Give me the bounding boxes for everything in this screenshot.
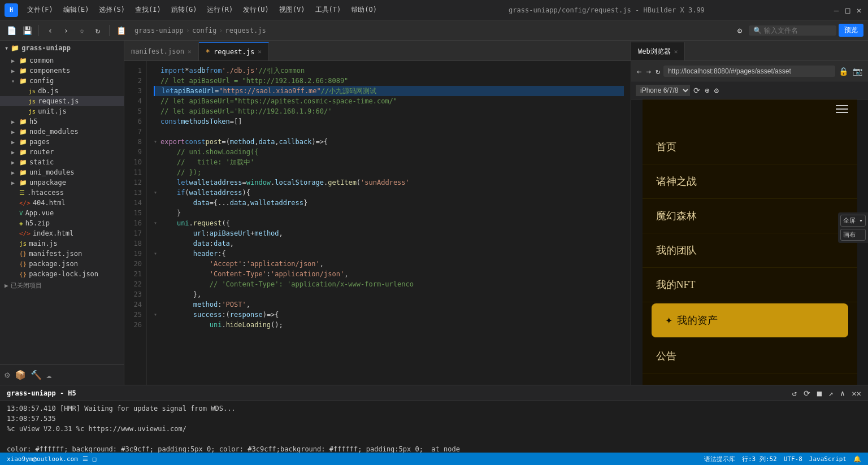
sidebar-item-h5zip[interactable]: ▶ ◈ h5.zip [0, 218, 124, 228]
menu-publish[interactable]: 发行(U) [238, 3, 274, 17]
zoom-icon[interactable]: ⊕ [704, 85, 710, 96]
filter-icon[interactable]: ⚙ [733, 24, 747, 37]
browser-tab-web[interactable]: Web浏览器 ✕ [631, 42, 685, 60]
bottom-close-button[interactable]: ✕✕ [849, 388, 863, 399]
tab-manifest[interactable]: manifest.json ✕ [124, 42, 199, 60]
sidebar-item-unit[interactable]: ▶ js unit.js [0, 106, 124, 116]
sidebar-item-router[interactable]: ▶ 📁 router [0, 147, 124, 157]
sidebar-item-pages[interactable]: ▶ 📁 pages [0, 137, 124, 147]
sidebar-item-unpackage[interactable]: ▶ 📁 unpackage [0, 177, 124, 188]
bottom-expand-button[interactable]: ∧ [838, 388, 847, 399]
menu-item-announcement[interactable]: 公告 [643, 339, 857, 373]
bottom-reload-button[interactable]: ⟳ [801, 388, 813, 399]
menu-tools[interactable]: 工具(T) [311, 3, 346, 17]
browser-forward-button[interactable]: → [645, 66, 652, 77]
save-button[interactable]: 💾 [20, 24, 34, 37]
cloud-icon[interactable]: ☁ [46, 370, 52, 380]
close-button[interactable]: ✕ [854, 6, 863, 15]
sidebar-item-main-js[interactable]: ▶ js main.js [0, 238, 124, 249]
breadcrumb-folder[interactable]: config [192, 27, 216, 34]
status-email[interactable]: xiao9ym@outlook.com [7, 455, 78, 463]
status-bell-icon[interactable]: 🔔 [853, 455, 861, 463]
toolbar: 📄 💾 ‹ › ☆ ↻ 📋 grass-uniapp › config › re… [0, 20, 868, 41]
settings-icon[interactable]: ⚙ [5, 370, 10, 380]
arrow-icon: ▶ [11, 129, 17, 135]
sidebar-item-common[interactable]: ▶ 📁 common [0, 55, 124, 66]
sidebar-item-404[interactable]: ▶ </> 404.html [0, 198, 124, 208]
closed-projects-section[interactable]: ▶ 已关闭项目 [0, 279, 124, 292]
zoom-button[interactable]: 画布 [840, 229, 866, 241]
refresh-button[interactable]: ↻ [91, 24, 105, 37]
breadcrumb-project[interactable]: grass-uniapp [134, 27, 184, 34]
menu-edit[interactable]: 编辑(E) [59, 3, 94, 17]
status-syntax-hint[interactable]: 语法提示库 [704, 455, 735, 463]
status-language[interactable]: JavaScript [809, 455, 847, 463]
sidebar-item-htaccess[interactable]: ▶ ☰ .htaccess [0, 188, 124, 198]
status-position[interactable]: 行:3 列:52 [742, 455, 777, 463]
browser-refresh-button[interactable]: ↻ [654, 66, 661, 77]
package-icon[interactable]: 📦 [15, 370, 26, 380]
maximize-button[interactable]: □ [843, 6, 852, 15]
menu-item-magic-forest[interactable]: 魔幻森林 [643, 199, 857, 233]
status-icon2[interactable]: □ [93, 455, 97, 463]
browser-screenshot-button[interactable]: 📷 [852, 66, 863, 77]
sidebar-item-index-html[interactable]: ▶ </> index.html [0, 228, 124, 238]
menu-file[interactable]: 文件(F) [23, 3, 58, 17]
hamburger-icon[interactable] [834, 103, 850, 115]
sidebar-item-db[interactable]: ▶ js db.js [0, 86, 124, 96]
status-icon1[interactable]: ☰ [83, 455, 88, 463]
at-node-link[interactable]: at node_ [431, 445, 464, 453]
build-icon[interactable]: 🔨 [31, 370, 42, 380]
sidebar-item-package-lock[interactable]: ▶ {} package-lock.json [0, 269, 124, 279]
sidebar-item-uni_modules[interactable]: ▶ 📁 uni_modules [0, 167, 124, 177]
device-selector[interactable]: iPhone 6/7/8 iPhone X iPad [636, 85, 690, 96]
tab-close-icon[interactable]: ✕ [258, 48, 262, 55]
breadcrumb-sep1: › [186, 27, 190, 34]
menu-item-my-nft[interactable]: 我的NFT [643, 268, 857, 302]
menu-select[interactable]: 选择(S) [94, 3, 129, 17]
tab-close-icon[interactable]: ✕ [188, 48, 192, 55]
bookmark-button[interactable]: ☆ [75, 24, 89, 37]
code-content[interactable]: import * as db from './db.js' //引入common… [147, 61, 631, 385]
rotate-icon[interactable]: ⟳ [692, 85, 701, 96]
preview-button[interactable]: 预览 [839, 24, 863, 37]
bottom-stop-button[interactable]: ■ [815, 388, 824, 399]
sidebar-item-app-vue[interactable]: ▶ V App.vue [0, 208, 124, 218]
back-button[interactable]: ‹ [44, 24, 57, 37]
sidebar-item-static[interactable]: ▶ 📁 static [0, 157, 124, 167]
sidebar-item-request[interactable]: ▶ js request.js [0, 96, 124, 106]
status-encoding[interactable]: UTF-8 [784, 455, 802, 463]
menu-item-my-team[interactable]: 我的团队 [643, 233, 857, 268]
sidebar-item-node_modules[interactable]: ▶ 📁 node_modules [0, 127, 124, 137]
arrow-icon: ▶ [11, 149, 17, 155]
menu-help[interactable]: 帮助(O) [346, 3, 381, 17]
menu-run[interactable]: 运行(R) [202, 3, 237, 17]
browser-back-button[interactable]: ← [636, 66, 643, 77]
sidebar-project-icon: 📁 [11, 44, 19, 52]
browser-tab-close[interactable]: ✕ [674, 48, 678, 55]
menu-jump[interactable]: 跳转(G) [167, 3, 202, 17]
tab-request[interactable]: * request.js ✕ [199, 42, 269, 60]
sidebar-item-package[interactable]: ▶ {} package.json [0, 259, 124, 269]
menu-item-gods-war[interactable]: 诸神之战 [643, 164, 857, 199]
sidebar-item-config[interactable]: ▾ 📁 config [0, 76, 124, 86]
menu-item-my-assets[interactable]: ✦ 我的资产 [652, 303, 848, 338]
menu-item-home[interactable]: 首页 [643, 130, 857, 164]
menu-find[interactable]: 查找(I) [131, 3, 166, 17]
browser-url-input[interactable]: http://localhost:8080/#/pages/asset/asse… [663, 66, 835, 77]
search-input[interactable] [764, 27, 832, 34]
new-file-button[interactable]: 📄 [5, 24, 18, 37]
minimize-button[interactable]: — [832, 6, 841, 15]
dev-tools-icon[interactable]: ⚙ [713, 85, 719, 96]
forward-button[interactable]: › [59, 24, 73, 37]
bottom-restart-button[interactable]: ↺ [789, 388, 798, 399]
sidebar-item-manifest[interactable]: ▶ {} manifest.json [0, 249, 124, 259]
expand-button[interactable]: 全屏 ▾ [840, 215, 866, 227]
sidebar-item-components[interactable]: ▶ 📁 components [0, 66, 124, 76]
breadcrumb-file[interactable]: request.js [225, 27, 266, 34]
sidebar-project-header[interactable]: ▾ 📁 grass-uniapp [0, 41, 124, 55]
uview-link[interactable]: https://www.uviewui.com/ [89, 425, 186, 433]
bottom-external-button[interactable]: ↗ [826, 388, 835, 399]
sidebar-item-h5[interactable]: ▶ 📁 h5 [0, 116, 124, 127]
menu-view[interactable]: 视图(V) [275, 3, 310, 17]
